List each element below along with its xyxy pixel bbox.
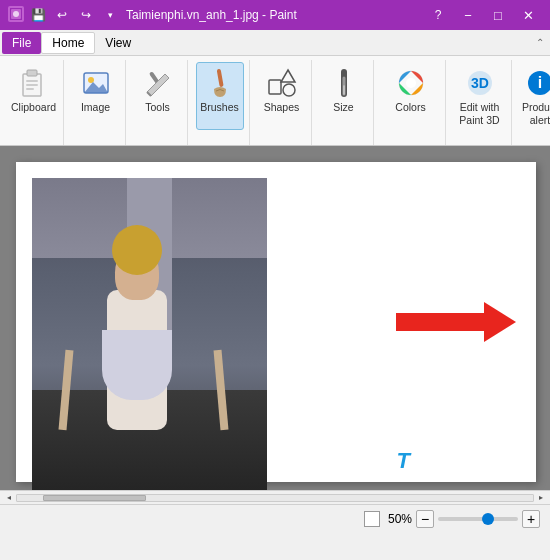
svg-rect-14 xyxy=(216,69,223,87)
status-square xyxy=(364,511,380,527)
clipboard-icon xyxy=(18,67,50,99)
h-scrollbar: ◂ ▸ xyxy=(0,490,550,504)
zoom-minus-btn[interactable]: − xyxy=(416,510,434,528)
work-area: Taimienphi.vn xyxy=(0,146,550,490)
image-label: Image xyxy=(81,101,110,114)
scroll-left-btn[interactable]: ◂ xyxy=(2,491,16,505)
svg-text:i: i xyxy=(538,74,542,91)
canvas[interactable]: Taimienphi.vn xyxy=(16,162,536,482)
clipboard-label: Clipboard xyxy=(11,101,56,114)
svg-rect-7 xyxy=(26,88,34,90)
size-items: Size xyxy=(320,62,368,145)
zoom-thumb[interactable] xyxy=(482,513,494,525)
size-label: Size xyxy=(333,101,353,114)
clipboard-btn[interactable]: Clipboard xyxy=(10,62,58,130)
zoom-controls: 50% − + xyxy=(388,510,540,528)
svg-marker-12 xyxy=(147,74,169,96)
svg-rect-6 xyxy=(26,84,38,86)
zoom-slider[interactable] xyxy=(438,517,518,521)
status-bar: 50% − + xyxy=(0,504,550,532)
svg-rect-5 xyxy=(26,80,38,82)
shapes-btn[interactable]: Shapes xyxy=(258,62,306,130)
watermark-t: T xyxy=(397,448,410,473)
svg-rect-15 xyxy=(269,80,281,94)
svg-point-2 xyxy=(13,11,19,17)
photo-person xyxy=(87,230,187,430)
edit3d-btn[interactable]: 3D Edit with Paint 3D xyxy=(454,62,506,130)
alert-items: i Product alert xyxy=(516,62,550,145)
svg-rect-4 xyxy=(27,70,37,76)
window-title: Taimienphi.vn_anh_1.jpg - Paint xyxy=(126,8,297,22)
tools-items: Tools xyxy=(134,62,182,145)
minimize-btn[interactable]: − xyxy=(454,3,482,27)
ribbon-group-shapes: Shapes xyxy=(252,60,312,145)
scroll-right-btn[interactable]: ▸ xyxy=(534,491,548,505)
quick-save-btn[interactable]: 💾 xyxy=(28,6,48,24)
arrow-head xyxy=(484,302,516,342)
shapes-icon xyxy=(266,67,298,99)
ribbon: Clipboard Image xyxy=(0,56,550,146)
ribbon-group-brushes: Brushes xyxy=(190,60,250,145)
zoom-plus-btn[interactable]: + xyxy=(522,510,540,528)
help-btn[interactable]: ? xyxy=(424,3,452,27)
watermark-text: aimienphi xyxy=(410,452,494,472)
size-btn[interactable]: Size xyxy=(320,62,368,130)
brushes-btn[interactable]: Brushes xyxy=(196,62,244,130)
tools-label: Tools xyxy=(145,101,170,114)
image-icon xyxy=(80,67,112,99)
edit3d-icon: 3D xyxy=(464,67,496,99)
arrow-right xyxy=(396,302,516,342)
brushes-icon xyxy=(204,67,236,99)
ribbon-group-alert: i Product alert xyxy=(514,60,550,145)
title-bar-left: 💾 ↩ ↪ ▾ Taimienphi.vn_anh_1.jpg - Paint xyxy=(8,6,297,24)
image-btn[interactable]: Image xyxy=(72,62,120,130)
scroll-track[interactable] xyxy=(16,494,534,502)
ribbon-group-size: Size xyxy=(314,60,374,145)
brushes-items: Brushes xyxy=(196,62,244,145)
menu-view[interactable]: View xyxy=(95,32,141,54)
ribbon-group-tools: Tools xyxy=(128,60,188,145)
ribbon-group-colors: Colors xyxy=(376,60,446,145)
menu-bar: File Home View ⌃ xyxy=(0,30,550,56)
svg-point-22 xyxy=(406,78,416,88)
ribbon-group-clipboard: Clipboard xyxy=(4,60,64,145)
colors-items: Colors xyxy=(387,62,435,145)
edit3d-label: Edit with Paint 3D xyxy=(459,101,499,126)
quick-dropdown-btn[interactable]: ▾ xyxy=(100,6,120,24)
arrow-body xyxy=(396,313,484,331)
watermark-suffix: .vn xyxy=(494,452,520,472)
window-controls: ? − □ ✕ xyxy=(424,3,542,27)
tools-icon xyxy=(142,67,174,99)
title-bar-quick-access: 💾 ↩ ↪ ▾ xyxy=(8,6,120,24)
menu-file[interactable]: File xyxy=(2,32,41,54)
colors-icon xyxy=(395,67,427,99)
brushes-label: Brushes xyxy=(200,101,239,114)
arrow-container xyxy=(396,302,516,342)
watermark: Taimienphi.vn xyxy=(397,448,520,474)
ribbon-group-edit3d: 3D Edit with Paint 3D xyxy=(448,60,512,145)
photo-content xyxy=(32,178,267,490)
zoom-level: 50% xyxy=(388,512,412,526)
title-bar: 💾 ↩ ↪ ▾ Taimienphi.vn_anh_1.jpg - Paint … xyxy=(0,0,550,30)
ribbon-group-image: Image xyxy=(66,60,126,145)
svg-point-17 xyxy=(283,84,295,96)
colors-btn[interactable]: Colors xyxy=(387,62,435,130)
quick-redo-btn[interactable]: ↪ xyxy=(76,6,96,24)
alert-icon: i xyxy=(524,67,550,99)
scroll-thumb[interactable] xyxy=(43,495,146,501)
clipboard-items: Clipboard xyxy=(10,62,58,145)
close-btn[interactable]: ✕ xyxy=(514,3,542,27)
quick-undo-btn[interactable]: ↩ xyxy=(52,6,72,24)
image-items: Image xyxy=(72,62,120,145)
alert-label: Product alert xyxy=(522,101,550,126)
ribbon-collapse-btn[interactable]: ⌃ xyxy=(536,37,548,48)
svg-text:3D: 3D xyxy=(471,75,489,91)
size-icon xyxy=(328,67,360,99)
maximize-btn[interactable]: □ xyxy=(484,3,512,27)
shapes-items: Shapes xyxy=(258,62,306,145)
tools-btn[interactable]: Tools xyxy=(134,62,182,130)
colors-label: Colors xyxy=(395,101,425,114)
svg-marker-16 xyxy=(281,70,295,82)
menu-home[interactable]: Home xyxy=(41,32,95,54)
alert-btn[interactable]: i Product alert xyxy=(516,62,550,130)
